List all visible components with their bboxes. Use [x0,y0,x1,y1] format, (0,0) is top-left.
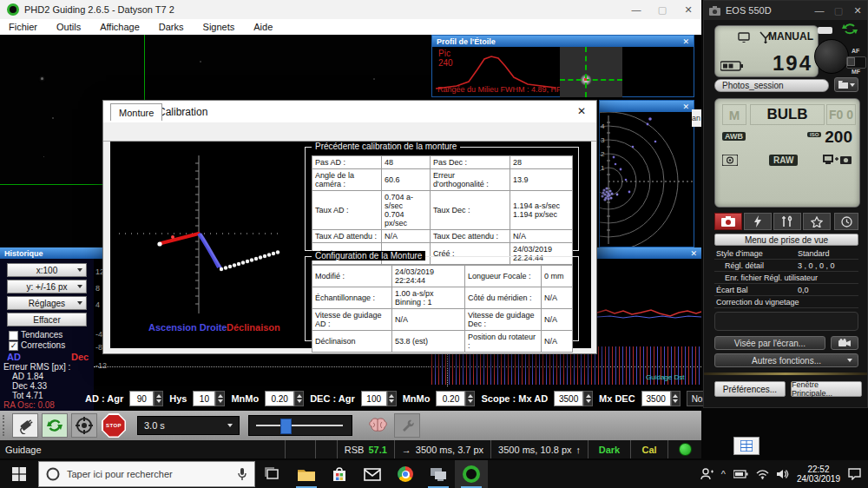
calibration-groupbox-title: Précédente calibration de la monture [312,142,460,151]
menu-outils[interactable]: Outils [56,22,81,32]
dialog-titlebar[interactable]: Examiner Calibration [103,101,596,122]
background-window-fragment [733,437,760,455]
target-tick-3: 3 [601,136,605,144]
maximize-icon[interactable]: ▢ [649,4,675,16]
white-balance-badge[interactable]: AWB [722,132,746,141]
clear-button[interactable]: Effacer [7,313,87,326]
wifi-icon[interactable] [756,470,769,479]
trends-checkbox[interactable] [9,331,18,340]
exposure-select[interactable]: 3.0 s [137,416,240,435]
star-profile-titlebar[interactable]: Profil de l'Étoile ✕ [432,36,694,47]
status-ra: →3500 ms, 3.7 px [394,440,490,458]
quick-control-dial[interactable] [814,39,849,74]
tab-shooting[interactable] [714,213,742,230]
main-window-button[interactable]: Fenêtre Principale... [791,381,862,397]
ad-agr-stepper[interactable]: 90 [129,391,163,406]
taskbar-phd2[interactable] [455,460,488,488]
menu-row-vignetting[interactable]: Correction du vignetage [714,296,858,308]
taskbar-store[interactable] [323,460,356,488]
menu-aide[interactable]: Aide [253,22,273,32]
menu-signets[interactable]: Signets [203,22,235,32]
ra-legend: AD [7,352,21,362]
mnmo-dec-stepper[interactable]: 0.20 [436,391,475,406]
gamma-slider[interactable] [248,415,352,436]
tab-setup[interactable] [773,213,801,230]
maximize-icon[interactable]: ▢ [829,5,848,16]
auto-select-star-button[interactable] [71,413,97,438]
speaker-icon[interactable] [777,469,789,479]
minimize-icon[interactable]: — [810,5,829,16]
destination-folder-button[interactable] [834,77,858,92]
star-thumbnail [560,47,622,97]
liveview-button[interactable]: Visée par l'écran... [714,336,825,350]
action-center-icon[interactable] [848,468,861,480]
tab-my-menu[interactable] [803,213,831,230]
chevron-down-icon [227,424,233,427]
quality-badge[interactable]: RAW [769,155,798,166]
camera-settings-button[interactable] [394,413,420,438]
target-titlebar[interactable]: ✕ [600,101,694,112]
menu-row-style[interactable]: Style d'imageStandard [714,247,858,260]
y-scale-dropdown[interactable]: y: +/-16 px [7,280,87,293]
corrections-checkbox[interactable]: ✓ [9,341,18,351]
hys-stepper[interactable]: 10 [193,391,225,406]
slider-thumb[interactable] [280,419,292,434]
eos-titlebar[interactable]: EOS 550D —▢✕ [704,1,867,20]
preferences-button[interactable]: Préférences... [714,381,786,397]
movie-mode-button[interactable] [831,336,858,350]
divider [704,373,867,375]
iso-value[interactable]: 200 [825,128,852,147]
trends-label: Tendances [21,330,62,340]
dec-agr-stepper[interactable]: 100 [361,391,397,406]
battery-tray-icon[interactable] [733,470,748,478]
taskbar-remote-app[interactable] [422,460,455,488]
session-name-field[interactable]: Photos_session [714,79,829,92]
mount-config-groupbox-title: Configuration de la Monture [312,251,425,260]
shutter-speed[interactable]: BULB [750,104,825,125]
close-icon[interactable]: ✕ [848,5,867,16]
menu-row-wb-shift[interactable]: Écart Bal0,0 [714,284,858,296]
close-icon[interactable]: ✕ [675,4,701,16]
stop-sign-icon: STOP [102,413,126,438]
microphone-icon[interactable] [237,467,247,481]
hidden-icons-chevron[interactable]: ^ [721,469,726,479]
advanced-settings-button[interactable] [366,416,389,435]
history-title: Historique [4,249,43,258]
connect-camera-button[interactable] [12,413,38,438]
mnmo-ra-stepper[interactable]: 0.20 [265,391,304,406]
toolbar-drag-handle[interactable] [3,415,9,436]
stop-button[interactable]: STOP [101,413,127,438]
menu-row-detail[interactable]: Régl. détail3 , 0 , 0 , 0 [714,260,858,272]
close-icon[interactable]: ✕ [577,105,586,117]
phd2-icon [463,465,480,483]
aperture[interactable]: F0 0 [826,104,856,125]
search-input[interactable]: Taper ici pour rechercher [38,461,255,487]
menu-darks[interactable]: Darks [159,22,184,32]
loop-exposures-button[interactable] [42,413,68,438]
close-icon[interactable]: ✕ [682,102,689,111]
people-icon[interactable] [700,468,713,480]
task-view-button[interactable] [255,460,290,488]
taskbar-chrome[interactable] [389,460,422,488]
phd2-titlebar[interactable]: PHD2 Guiding 2.6.5 - Datyson T7 2 — ▢ ✕ [0,0,701,19]
minimize-icon[interactable]: — [623,4,649,16]
taskbar-mail[interactable] [356,460,389,488]
taskbar-file-explorer[interactable] [290,460,323,488]
af-mf-switch[interactable] [846,56,866,69]
other-functions-button[interactable]: Autres fonctions... [714,353,858,367]
menu-row-userfile[interactable]: Enr. fichier Régl. utilisateur [714,272,858,284]
x-scale-dropdown[interactable]: x:100 [7,263,87,277]
timer-button[interactable] [834,213,858,230]
tab-flash[interactable] [744,213,772,230]
start-button[interactable] [0,460,38,488]
mxdec-stepper[interactable]: 3500 [641,391,681,406]
menu-affichage[interactable]: Affichage [100,22,140,32]
mxad-stepper[interactable]: 3500 [554,391,593,406]
tab-monture[interactable]: Monture [110,103,162,121]
close-icon[interactable]: ✕ [690,249,697,258]
settings-dropdown[interactable]: Réglages [7,296,87,310]
menu-fichier[interactable]: Fichier [9,22,37,32]
close-icon[interactable]: ✕ [682,37,689,46]
eos-main-lcd: M BULB F0 0 AWB ISO 200 RAW [714,98,860,208]
taskbar-clock[interactable]: 22:52 24/03/2019 [797,465,840,484]
